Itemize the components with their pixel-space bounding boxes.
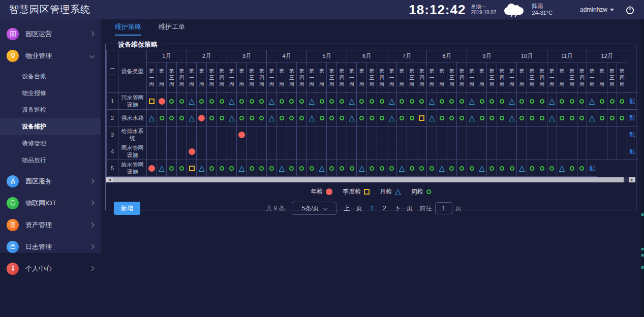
- schedule-cell: [197, 93, 207, 110]
- schedule-cell: [527, 160, 537, 177]
- month-header: 7月: [387, 50, 427, 62]
- user-menu[interactable]: adminhzw: [580, 6, 614, 13]
- schedule-cell: [577, 93, 587, 110]
- schedule-cell: [457, 110, 467, 126]
- schedule-cell: [397, 93, 407, 110]
- sidebar-item-device-inspection[interactable]: 设备巡检: [0, 102, 101, 118]
- weekly-check-icon: [350, 166, 354, 171]
- scroll-right-arrow-icon[interactable]: ▶: [629, 177, 635, 182]
- sidebar-item-iot[interactable]: 物联网IOT: [0, 194, 101, 212]
- horizontal-scrollbar[interactable]: ◀ ▶: [106, 177, 635, 182]
- weekly-check-icon: [169, 166, 174, 171]
- schedule-cell: [497, 160, 507, 177]
- schedule-cell: [417, 93, 427, 110]
- next-page-button[interactable]: 下一页: [394, 204, 413, 213]
- goto-page-input[interactable]: [435, 202, 452, 214]
- schedule-cell: [427, 160, 437, 177]
- weekly-check-icon: [299, 116, 304, 120]
- scroll-marker: [641, 248, 643, 250]
- configure-link[interactable]: 配: [589, 165, 595, 171]
- weekly-check-icon: [239, 99, 244, 104]
- schedule-cell: [227, 160, 237, 177]
- page-size-select[interactable]: 5条/页: [292, 202, 336, 215]
- weekly-check-icon: [419, 166, 424, 171]
- chevron-right-icon: [89, 223, 95, 228]
- weekly-check-icon: [209, 166, 214, 171]
- config-cell: 配: [627, 126, 638, 143]
- weekly-check-icon: [199, 99, 204, 104]
- schedule-cell: [527, 126, 537, 143]
- top-header: 智慧园区管理系统 18:12:42 星期一 2019.10.07 阵雨 24-3…: [0, 0, 644, 19]
- weekly-check-icon: [510, 166, 514, 171]
- week-header: 第 一 周: [187, 62, 197, 93]
- sidebar-item-property-management[interactable]: 物业管理: [0, 46, 101, 65]
- sidebar-item-device-ledger[interactable]: 设备台账: [0, 68, 101, 85]
- weekly-check-icon: [410, 166, 414, 171]
- weekly-check-icon: [359, 116, 364, 120]
- goto-page: 前往 页: [420, 202, 462, 214]
- tab-maintenance-strategy[interactable]: 维护策略: [115, 22, 141, 36]
- row-serial: 1: [107, 93, 118, 110]
- schedule-cell: [557, 110, 567, 126]
- sidebar-item-item-release[interactable]: 物品放行: [0, 152, 101, 169]
- month-header: 1月: [147, 50, 187, 62]
- sidebar-item-log-management[interactable]: 日志管理: [0, 237, 101, 256]
- pagination: 共 9 条 5条/页 上一页 1 2 下一页 前往 页: [266, 202, 462, 215]
- prev-page-button[interactable]: 上一页: [344, 204, 362, 213]
- schedule-cell: [367, 126, 377, 143]
- schedule-cell: △: [317, 160, 327, 177]
- week-header: 第 四 周: [217, 62, 227, 93]
- sidebar-item-park-operation[interactable]: 园区运营: [0, 24, 101, 43]
- schedule-cell: [367, 110, 377, 126]
- configure-link[interactable]: 配: [629, 148, 635, 154]
- sidebar-item-asset-management[interactable]: 资产管理: [0, 215, 101, 234]
- schedule-cell: [557, 126, 567, 143]
- scrollbar-thumb[interactable]: [113, 177, 624, 182]
- device-type-cell: 给水管网设施: [118, 160, 147, 177]
- schedule-cell: [567, 93, 577, 110]
- sidebar-item-personal-center[interactable]: 个人中心: [0, 259, 101, 278]
- clock-time: 18:12:42: [409, 2, 466, 18]
- week-header: 第 三 周: [447, 62, 457, 93]
- tab-maintenance-workorder[interactable]: 维护工单: [159, 22, 185, 36]
- table-row: 4雨水管网设施配: [107, 143, 639, 160]
- schedule-cell: [177, 126, 187, 143]
- sidebar-item-park-service[interactable]: 园区服务: [0, 172, 101, 191]
- sidebar-item-decoration-management[interactable]: 装修管理: [0, 135, 101, 152]
- schedule-cell: △: [227, 93, 237, 110]
- schedule-cell: [187, 160, 197, 177]
- logout-power-button[interactable]: [625, 5, 635, 15]
- sidebar-item-repair-report[interactable]: 物业报修: [0, 85, 101, 102]
- page-number-2[interactable]: 2: [382, 205, 387, 212]
- weekly-check-icon: [530, 99, 534, 104]
- monthly-check-icon: △: [149, 115, 155, 121]
- weather-cloud-icon: [503, 3, 525, 16]
- bottom-toolbar: 新增 共 9 条 5条/页 上一页 1 2 下一页 前往 页: [106, 201, 636, 215]
- weekly-check-icon: [430, 166, 434, 171]
- configure-link[interactable]: 配: [629, 115, 635, 121]
- configure-link[interactable]: 配: [629, 98, 635, 104]
- page-number-1[interactable]: 1: [369, 205, 375, 212]
- scroll-left-arrow-icon[interactable]: ◀: [106, 177, 113, 182]
- page-scrollbar[interactable]: [641, 19, 644, 317]
- schedule-cell: [617, 110, 627, 126]
- weekly-check-icon: [160, 116, 164, 120]
- weekly-check-icon: [229, 166, 234, 171]
- schedule-cell: [397, 110, 407, 126]
- week-header: 第 三 周: [367, 62, 377, 93]
- serial-column-header: 一 一: [107, 50, 118, 93]
- configure-link[interactable]: 配: [629, 132, 635, 138]
- weekly-check-icon: [410, 116, 414, 120]
- device-type-column-header: 设备类型: [118, 50, 147, 93]
- add-button[interactable]: 新增: [114, 202, 140, 215]
- monthly-check-icon: △: [309, 115, 315, 121]
- weekly-check-icon: [449, 99, 454, 104]
- schedule-cell: [457, 93, 467, 110]
- schedule-cell: [577, 126, 587, 143]
- sidebar-item-device-maintenance[interactable]: 设备维护: [0, 118, 101, 135]
- schedule-cell: △: [437, 160, 447, 177]
- schedule-cell: [287, 93, 297, 110]
- legend-week: 周检: [411, 187, 431, 196]
- monthly-check-icon: △: [239, 165, 245, 172]
- schedule-cell: [267, 160, 277, 177]
